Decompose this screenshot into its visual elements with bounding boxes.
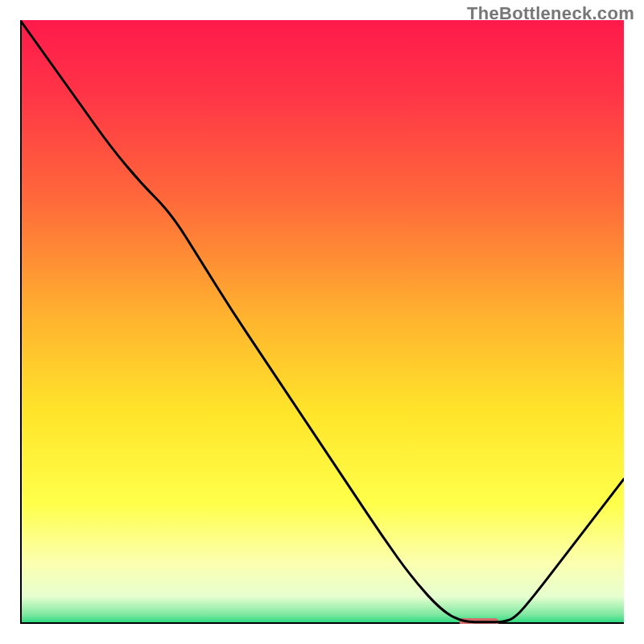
- bottleneck-chart: [20, 20, 624, 624]
- chart-container: TheBottleneck.com: [0, 0, 644, 644]
- plot-area: [20, 20, 624, 624]
- gradient-background: [20, 20, 624, 624]
- watermark-label: TheBottleneck.com: [467, 3, 634, 24]
